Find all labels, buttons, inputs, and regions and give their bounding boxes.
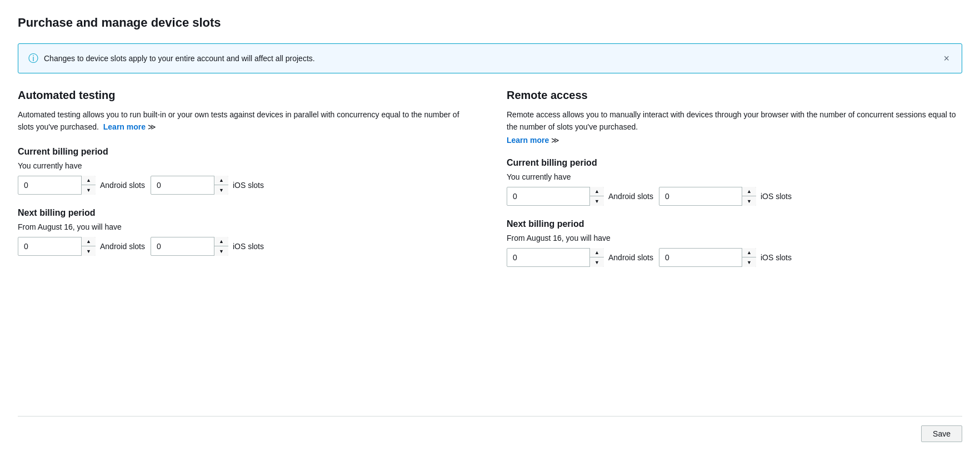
remote-next-billing-title: Next billing period	[507, 219, 962, 229]
page-title: Purchase and manage device slots	[18, 16, 962, 30]
remote-current-ios-spin: ▲ ▼	[742, 187, 756, 206]
automated-next-billing-title: Next billing period	[18, 208, 473, 218]
remote-next-ios-up[interactable]: ▲	[742, 248, 756, 258]
remote-current-ios-wrapper: ▲ ▼	[659, 187, 756, 206]
automated-next-android-group: ▲ ▼ Android slots	[18, 237, 145, 256]
remote-next-android-down[interactable]: ▼	[590, 257, 604, 267]
automated-current-ios-group: ▲ ▼ iOS slots	[151, 176, 264, 195]
remote-next-ios-label: iOS slots	[761, 253, 792, 262]
automated-learn-more-link[interactable]: Learn more	[103, 122, 146, 131]
automated-section-title: Automated testing	[18, 89, 473, 102]
remote-current-slots-row: ▲ ▼ Android slots ▲ ▼ iOS slots	[507, 187, 962, 206]
banner-close-button[interactable]: ×	[941, 53, 952, 63]
remote-next-ios-group: ▲ ▼ iOS slots	[659, 248, 792, 267]
remote-current-android-down[interactable]: ▼	[590, 196, 604, 206]
remote-access-section: Remote access Remote access allows you t…	[507, 89, 962, 398]
automated-description: Automated testing allows you to run buil…	[18, 108, 473, 133]
automated-current-ios-label: iOS slots	[233, 181, 264, 190]
automated-current-ios-spin: ▲ ▼	[214, 176, 228, 195]
automated-next-ios-label: iOS slots	[233, 242, 264, 251]
remote-section-title: Remote access	[507, 89, 962, 102]
remote-next-android-label: Android slots	[608, 253, 653, 262]
automated-learn-more-inline: Learn more ≫	[103, 122, 156, 131]
automated-current-billing-title: Current billing period	[18, 147, 473, 157]
footer: Save	[18, 416, 962, 451]
remote-next-billing-text: From August 16, you will have	[507, 234, 962, 242]
automated-current-android-wrapper: ▲ ▼	[18, 176, 96, 195]
remote-next-android-wrapper: ▲ ▼	[507, 248, 604, 267]
automated-next-android-wrapper: ▲ ▼	[18, 237, 96, 256]
automated-next-ios-group: ▲ ▼ iOS slots	[151, 237, 264, 256]
remote-current-android-wrapper: ▲ ▼	[507, 187, 604, 206]
remote-current-billing-title: Current billing period	[507, 158, 962, 168]
remote-next-ios-spin: ▲ ▼	[742, 248, 756, 267]
remote-description: Remote access allows you to manually int…	[507, 108, 962, 133]
automated-you-currently: You currently have	[18, 161, 473, 170]
two-column-layout: Automated testing Automated testing allo…	[18, 89, 962, 398]
save-button[interactable]: Save	[921, 425, 962, 442]
remote-learn-more-para: Learn more ≫	[507, 136, 962, 145]
remote-next-android-spin: ▲ ▼	[589, 248, 604, 267]
remote-next-slots-row: ▲ ▼ Android slots ▲ ▼ iOS slots	[507, 248, 962, 267]
automated-next-android-up[interactable]: ▲	[82, 237, 96, 247]
remote-next-android-group: ▲ ▼ Android slots	[507, 248, 653, 267]
automated-next-ios-down[interactable]: ▼	[214, 246, 228, 256]
remote-current-ios-down[interactable]: ▼	[742, 196, 756, 206]
remote-next-android-up[interactable]: ▲	[590, 248, 604, 258]
automated-current-android-group: ▲ ▼ Android slots	[18, 176, 145, 195]
automated-next-android-down[interactable]: ▼	[82, 246, 96, 256]
automated-current-android-up[interactable]: ▲	[82, 176, 96, 186]
automated-current-slots-row: ▲ ▼ Android slots ▲ ▼ iOS slots	[18, 176, 473, 195]
info-banner-text: Changes to device slots apply to your en…	[44, 54, 315, 63]
remote-current-ios-label: iOS slots	[761, 192, 792, 201]
automated-current-android-spin: ▲ ▼	[81, 176, 96, 195]
remote-current-android-group: ▲ ▼ Android slots	[507, 187, 653, 206]
remote-you-currently: You currently have	[507, 172, 962, 181]
remote-current-android-spin: ▲ ▼	[589, 187, 604, 206]
automated-next-billing-text: From August 16, you will have	[18, 222, 473, 231]
remote-next-ios-down[interactable]: ▼	[742, 257, 756, 267]
automated-next-android-label: Android slots	[100, 242, 145, 251]
remote-next-ios-wrapper: ▲ ▼	[659, 248, 756, 267]
remote-learn-more-link[interactable]: Learn more	[507, 136, 549, 145]
automated-next-ios-wrapper: ▲ ▼	[151, 237, 228, 256]
info-icon: ⓘ	[28, 52, 38, 65]
automated-next-slots-row: ▲ ▼ Android slots ▲ ▼ iOS slots	[18, 237, 473, 256]
automated-current-android-down[interactable]: ▼	[82, 185, 96, 195]
automated-next-android-spin: ▲ ▼	[81, 237, 96, 256]
remote-current-ios-up[interactable]: ▲	[742, 187, 756, 197]
automated-current-android-label: Android slots	[100, 181, 145, 190]
automated-next-ios-up[interactable]: ▲	[214, 237, 228, 247]
remote-current-ios-group: ▲ ▼ iOS slots	[659, 187, 792, 206]
automated-current-ios-down[interactable]: ▼	[214, 185, 228, 195]
automated-current-ios-up[interactable]: ▲	[214, 176, 228, 186]
automated-testing-section: Automated testing Automated testing allo…	[18, 89, 473, 398]
info-banner: ⓘ Changes to device slots apply to your …	[18, 43, 962, 73]
remote-current-android-label: Android slots	[608, 192, 653, 201]
automated-next-ios-spin: ▲ ▼	[214, 237, 228, 256]
automated-current-ios-wrapper: ▲ ▼	[151, 176, 228, 195]
info-banner-content: ⓘ Changes to device slots apply to your …	[28, 52, 315, 65]
remote-current-android-up[interactable]: ▲	[590, 187, 604, 197]
